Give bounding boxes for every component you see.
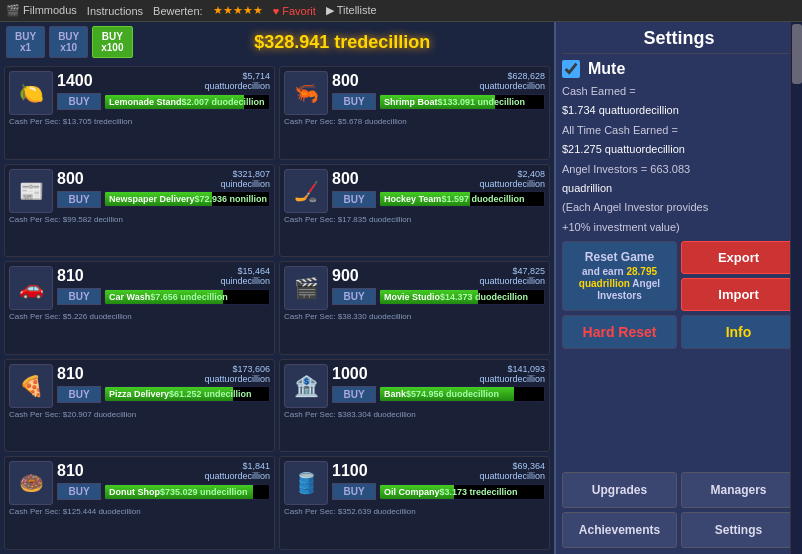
buy-btn-movie[interactable]: BUY: [332, 288, 376, 305]
business-count-price: 1400 $5,714quattuordecillion: [57, 71, 270, 91]
angel-info2: +10% investment value): [562, 220, 796, 235]
business-count: 800: [332, 170, 359, 188]
business-card-movie: 🎬 900 $47,825quattuordecillion BUY Movie…: [279, 261, 550, 355]
business-count: 810: [57, 267, 84, 285]
business-right: 810 $15,464quindecillion BUY Car Wash$7.…: [57, 266, 270, 305]
business-count-price: 810 $1,841quattuordecillion: [57, 461, 270, 481]
favorit-link[interactable]: ♥ Favorit: [273, 5, 316, 17]
business-count-price: 1100 $69,364quattuordecillion: [332, 461, 545, 481]
progress-bar-lemonade: Lemonade Stand$2.007 duodecillion: [104, 94, 270, 110]
business-icon-donut: 🍩: [9, 461, 53, 505]
cash-per-sec-movie: Cash Per Sec: $38.330 duodecillion: [284, 312, 545, 321]
export-button[interactable]: Export: [681, 241, 796, 274]
progress-label-hockey: Hockey Team$1.597 duodecillion: [380, 192, 544, 206]
hard-reset-button[interactable]: Hard Reset: [562, 315, 677, 349]
info-button[interactable]: Info: [681, 315, 796, 349]
business-right: 800 $321,807quindecillion BUY Newspaper …: [57, 169, 270, 208]
main-container: BUY x1 BUY x10 BUY x100 $328.941 tredeci…: [0, 22, 802, 554]
business-card-shrimp: 🦐 800 $628,628quattuordecillion BUY Shri…: [279, 66, 550, 160]
business-card-oil: 🛢️ 1100 $69,364quattuordecillion BUY Oil…: [279, 456, 550, 550]
upgrades-button[interactable]: Upgrades: [562, 472, 677, 508]
business-count: 1100: [332, 462, 368, 480]
business-price: $69,364quattuordecillion: [479, 461, 545, 481]
business-top: 🏒 800 $2,408quattuordecillion BUY Hockey…: [284, 169, 545, 213]
progress-bar-newspaper: Newspaper Delivery$72.936 nonillion: [104, 191, 270, 207]
business-icon-shrimp: 🦐: [284, 71, 328, 115]
buy-btn-pizza[interactable]: BUY: [57, 386, 101, 403]
business-icon-pizza: 🍕: [9, 364, 53, 408]
business-count-price: 900 $47,825quattuordecillion: [332, 266, 545, 286]
reset-game-button[interactable]: Reset Game and earn 28.795 quadrillion A…: [562, 241, 677, 311]
progress-label-shrimp: Shrimp Boat$133.091 undecillion: [380, 95, 544, 109]
instructions-link[interactable]: Instructions: [87, 5, 143, 17]
progress-bar-oil: Oil Company$3.173 tredecillion: [379, 484, 545, 500]
business-count: 800: [57, 170, 84, 188]
achievements-button[interactable]: Achievements: [562, 512, 677, 548]
cash-per-sec-lemonade: Cash Per Sec: $13.705 tredecillion: [9, 117, 270, 126]
business-top: 🎬 900 $47,825quattuordecillion BUY Movie…: [284, 266, 545, 310]
business-card-newspaper: 📰 800 $321,807quindecillion BUY Newspape…: [4, 164, 275, 258]
managers-button[interactable]: Managers: [681, 472, 796, 508]
progress-label-lemonade: Lemonade Stand$2.007 duodecillion: [105, 95, 269, 109]
business-count-price: 810 $15,464quindecillion: [57, 266, 270, 286]
settings-button[interactable]: Settings: [681, 512, 796, 548]
titelliste-link[interactable]: ▶ Titelliste: [326, 4, 377, 17]
business-right: 800 $628,628quattuordecillion BUY Shrimp…: [332, 71, 545, 110]
buy-btn-newspaper[interactable]: BUY: [57, 191, 101, 208]
business-icon-movie: 🎬: [284, 266, 328, 310]
mute-row: Mute: [562, 60, 796, 78]
buy-btn-carwash[interactable]: BUY: [57, 288, 101, 305]
stats-section: Cash Earned = $1.734 quattuordecillion A…: [562, 84, 796, 235]
business-price: $2,408quattuordecillion: [479, 169, 545, 189]
business-list: 🍋 1400 $5,714quattuordecillion BUY Lemon…: [0, 62, 554, 554]
reset-game-label: Reset Game: [585, 250, 654, 266]
business-count: 800: [332, 72, 359, 90]
business-count-price: 800 $628,628quattuordecillion: [332, 71, 545, 91]
buy-btn-donut[interactable]: BUY: [57, 483, 101, 500]
buy-x1-button[interactable]: BUY x1: [6, 26, 45, 58]
business-top: 🍕 810 $173,606quattuordecillion BUY Pizz…: [9, 364, 270, 408]
business-card-bank: 🏦 1000 $141,093quattuordecillion BUY Ban…: [279, 359, 550, 453]
buy-btn-shrimp[interactable]: BUY: [332, 93, 376, 110]
progress-label-pizza: Pizza Delivery$61.252 undecillion: [105, 387, 269, 401]
action-buttons: Reset Game and earn 28.795 quadrillion A…: [562, 241, 796, 349]
cash-per-sec-oil: Cash Per Sec: $352.639 duodecillion: [284, 507, 545, 516]
left-panel: BUY x1 BUY x10 BUY x100 $328.941 tredeci…: [0, 22, 554, 554]
business-count: 810: [57, 365, 84, 383]
business-price: $628,628quattuordecillion: [479, 71, 545, 91]
right-scrollbar[interactable]: [790, 22, 802, 554]
mute-checkbox[interactable]: [562, 60, 580, 78]
business-card-pizza: 🍕 810 $173,606quattuordecillion BUY Pizz…: [4, 359, 275, 453]
cash-per-sec-bank: Cash Per Sec: $383.304 duodecillion: [284, 410, 545, 419]
import-button[interactable]: Import: [681, 278, 796, 311]
progress-bar-carwash: Car Wash$7.656 undecillion: [104, 289, 270, 305]
right-panel: Settings Mute Cash Earned = $1.734 quatt…: [554, 22, 802, 554]
business-right: 1400 $5,714quattuordecillion BUY Lemonad…: [57, 71, 270, 110]
buy-btn-bank[interactable]: BUY: [332, 386, 376, 403]
business-price: $5,714quattuordecillion: [204, 71, 270, 91]
cash-per-sec-shrimp: Cash Per Sec: $5.678 duodecillion: [284, 117, 545, 126]
buy-x100-button[interactable]: BUY x100: [92, 26, 132, 58]
buy-btn-lemonade[interactable]: BUY: [57, 93, 101, 110]
buy-x10-button[interactable]: BUY x10: [49, 26, 88, 58]
angel-info: (Each Angel Investor provides: [562, 200, 796, 215]
progress-label-carwash: Car Wash$7.656 undecillion: [105, 290, 269, 304]
progress-bar-bank: Bank$574.956 duodecillion: [379, 386, 545, 402]
business-right: 1100 $69,364quattuordecillion BUY Oil Co…: [332, 461, 545, 500]
business-top: 📰 800 $321,807quindecillion BUY Newspape…: [9, 169, 270, 213]
business-card-hockey: 🏒 800 $2,408quattuordecillion BUY Hockey…: [279, 164, 550, 258]
bewerten-label: Bewerten:: [153, 5, 203, 17]
top-bar: 🎬 Filmmodus Instructions Bewerten: ★★★★★…: [0, 0, 802, 22]
buy-btn-oil[interactable]: BUY: [332, 483, 376, 500]
progress-bar-donut: Donut Shop$735.029 undecillion: [104, 484, 270, 500]
star-rating[interactable]: ★★★★★: [213, 4, 263, 17]
angel-unit: quadrillion: [562, 181, 796, 196]
business-icon-lemonade: 🍋: [9, 71, 53, 115]
business-icon-newspaper: 📰: [9, 169, 53, 213]
business-top: 🍩 810 $1,841quattuordecillion BUY Donut …: [9, 461, 270, 505]
business-price: $321,807quindecillion: [220, 169, 270, 189]
buy-btn-hockey[interactable]: BUY: [332, 191, 376, 208]
settings-title: Settings: [562, 28, 796, 54]
film-mode[interactable]: 🎬 Filmmodus: [6, 4, 77, 17]
business-right: 800 $2,408quattuordecillion BUY Hockey T…: [332, 169, 545, 208]
